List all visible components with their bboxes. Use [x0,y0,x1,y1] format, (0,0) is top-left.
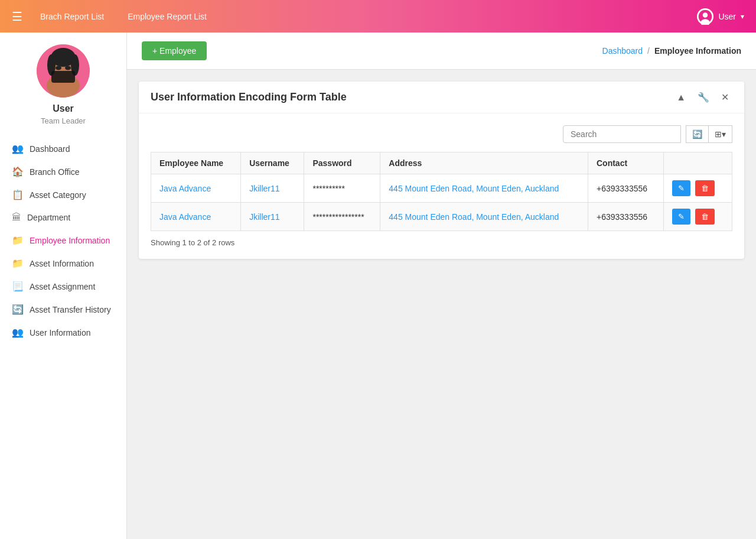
address-link[interactable]: 445 Mount Eden Road, Mount Eden, Aucklan… [389,184,559,193]
columns-button[interactable]: ⊞▾ [709,125,732,143]
caret-down-icon: ▾ [741,12,744,21]
delete-button-row2[interactable]: 🗑 [695,209,715,225]
sidebar-item-asset-category[interactable]: 📋 Asset Category [0,183,126,206]
close-button[interactable]: ✕ [718,90,732,104]
navbar-links: Brach Report List Employee Report List [40,12,697,21]
svg-point-11 [65,66,71,70]
toolbar-btn-group: 🔄 ⊞▾ [686,125,732,143]
svg-rect-9 [51,71,75,83]
table-card-title: User Information Encoding Form Table [151,91,347,103]
breadcrumb: Dashboard / Employee Information [602,46,741,56]
cell-address: 445 Mount Eden Road, Mount Eden, Aucklan… [380,174,588,203]
breadcrumb-separator: / [647,46,650,56]
asset-category-icon: 📋 [12,189,24,200]
sidebar-item-label: Dashboard [30,144,70,154]
table-row: Java Advance Jkiller11 **************** … [151,203,732,231]
sidebar-item-label: Department [27,213,70,222]
breadcrumb-dashboard-link[interactable]: Dashboard [602,46,643,56]
search-input[interactable] [563,125,681,143]
asset-transfer-icon: 🔄 [12,304,24,315]
sidebar-item-asset-assignment[interactable]: 📃 Asset Assignment [0,275,126,298]
sidebar-item-employee-information[interactable]: 📁 Employee Information [0,229,126,252]
nav-brach-report[interactable]: Brach Report List [40,12,104,21]
cell-contact: +6393333556 [588,174,663,203]
data-table: Employee Name Username Password Address … [151,152,732,231]
table-card-header: User Information Encoding Form Table ▲ 🔧… [139,82,744,113]
navbar: ☰ Brach Report List Employee Report List… [0,0,756,33]
sidebar-item-department[interactable]: 🏛 Department [0,206,126,229]
sidebar-avatar [37,44,90,98]
employee-name-link[interactable]: Java Advance [159,184,211,193]
asset-assignment-icon: 📃 [12,281,24,292]
add-employee-button[interactable]: + Employee [142,41,207,60]
svg-point-10 [56,66,61,70]
svg-point-2 [701,19,710,25]
sidebar-item-label: Employee Information [30,236,110,245]
nav-employee-report[interactable]: Employee Report List [128,12,207,21]
sidebar-item-dashboard[interactable]: 👥 Dashboard [0,137,126,160]
col-username: Username [241,152,304,174]
table-body: Java Advance Jkiller11 ********** 445 Mo… [151,174,732,231]
collapse-button[interactable]: ▲ [673,90,689,104]
breadcrumb-current: Employee Information [654,46,741,56]
dashboard-icon: 👥 [12,143,24,154]
sidebar-role: Team Leader [41,116,86,125]
table-header-row: Employee Name Username Password Address … [151,152,732,174]
employee-name-link[interactable]: Java Advance [159,212,211,222]
sidebar-item-label: Asset Category [30,190,86,200]
hamburger-icon[interactable]: ☰ [12,9,22,24]
sidebar-username: User [53,103,74,114]
table-footer: Showing 1 to 2 of 2 rows [151,231,732,247]
refresh-button[interactable]: 🔄 [686,125,709,143]
col-actions [663,152,732,174]
col-password: Password [304,152,380,174]
navbar-user-label: User [718,12,736,21]
sidebar-item-label: Asset Information [30,259,94,268]
sidebar-item-asset-transfer-history[interactable]: 🔄 Asset Transfer History [0,298,126,321]
edit-button-row2[interactable]: ✎ [672,209,690,225]
cell-address: 445 Mount Eden Road, Mount Eden, Aucklan… [380,203,588,231]
cell-password: ********** [304,174,380,203]
user-avatar-icon [697,8,713,25]
employee-information-icon: 📁 [12,235,24,246]
table-card-body: 🔄 ⊞▾ Employee Name Username Password Add… [139,113,744,259]
address-link[interactable]: 445 Mount Eden Road, Mount Eden, Aucklan… [389,212,559,222]
user-menu[interactable]: User ▾ [697,8,744,25]
cell-actions: ✎ 🗑 [663,203,732,231]
sidebar: User Team Leader 👥 Dashboard 🏠 Branch Of… [0,33,127,539]
username-link[interactable]: Jkiller11 [249,184,279,193]
svg-point-1 [703,12,708,18]
sidebar-item-asset-information[interactable]: 📁 Asset Information [0,252,126,275]
asset-information-icon: 📁 [12,258,24,269]
sidebar-nav: 👥 Dashboard 🏠 Branch Office 📋 Asset Cate… [0,137,126,344]
user-information-icon: 👥 [12,327,24,338]
branch-office-icon: 🏠 [12,166,24,177]
col-employee-name: Employee Name [151,152,241,174]
col-address: Address [380,152,588,174]
sidebar-item-label: Asset Assignment [30,282,95,291]
table-row: Java Advance Jkiller11 ********** 445 Mo… [151,174,732,203]
delete-button-row1[interactable]: 🗑 [695,180,715,196]
edit-button-row1[interactable]: ✎ [672,180,690,196]
username-link[interactable]: Jkiller11 [249,212,279,222]
cell-username: Jkiller11 [241,203,304,231]
table-card-controls: ▲ 🔧 ✕ [673,90,732,104]
settings-button[interactable]: 🔧 [694,90,713,104]
cell-username: Jkiller11 [241,174,304,203]
table-card: User Information Encoding Form Table ▲ 🔧… [139,82,744,259]
sidebar-item-user-information[interactable]: 👥 User Information [0,321,126,344]
main-layout: User Team Leader 👥 Dashboard 🏠 Branch Of… [0,33,756,539]
cell-employee-name: Java Advance [151,174,241,203]
table-header: Employee Name Username Password Address … [151,152,732,174]
sidebar-item-label: Asset Transfer History [30,305,111,314]
sidebar-item-branch-office[interactable]: 🏠 Branch Office [0,160,126,183]
cell-actions: ✎ 🗑 [663,174,732,203]
sidebar-item-label: Branch Office [30,167,80,177]
department-icon: 🏛 [12,212,21,223]
sidebar-item-label: User Information [30,328,90,337]
cell-password: **************** [304,203,380,231]
main-content: + Employee Dashboard / Employee Informat… [127,33,756,539]
col-contact: Contact [588,152,663,174]
table-toolbar: 🔄 ⊞▾ [151,125,732,143]
cell-contact: +6393333556 [588,203,663,231]
